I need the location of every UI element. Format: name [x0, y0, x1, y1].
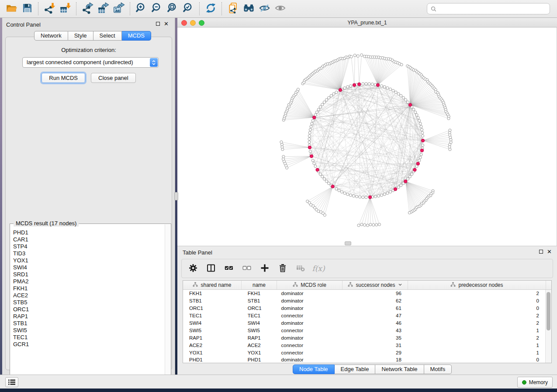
export-network-button[interactable] — [80, 2, 95, 16]
float-table-panel-icon[interactable] — [539, 250, 543, 254]
close-table-panel-icon[interactable]: ✕ — [547, 250, 552, 254]
mcds-result-item[interactable]: SWI5 — [13, 327, 165, 334]
column-header-MCDS-role[interactable]: MCDS role — [277, 281, 343, 289]
list-icon — [8, 379, 15, 385]
mcds-result-item[interactable]: STB5 — [13, 299, 165, 306]
table-cell: dominator — [277, 291, 343, 296]
zoom-in-icon — [135, 2, 147, 15]
tab-network[interactable]: Network — [34, 31, 68, 41]
panel-list-button[interactable] — [5, 377, 18, 387]
scrollbar-thumb[interactable] — [547, 292, 550, 330]
mcds-result-item[interactable]: CAR1 — [13, 236, 165, 243]
mcds-result-item[interactable]: TEC1 — [13, 334, 165, 341]
delete-table-icon — [296, 264, 305, 274]
zoom-fit-button[interactable] — [165, 2, 180, 16]
delete-button[interactable] — [277, 263, 288, 274]
table-row[interactable]: SWI4SWI4dominator462 — [183, 320, 545, 327]
memory-button[interactable]: Memory — [517, 377, 553, 388]
zoom-out-button[interactable] — [149, 2, 164, 16]
table-row[interactable]: ORC1ORC1dominator610 — [183, 305, 545, 312]
mcds-result-scrollbar[interactable] — [165, 224, 170, 384]
table-cell: connector — [277, 328, 343, 333]
node-table-scrollbar[interactable] — [545, 290, 551, 363]
mcds-result-item[interactable]: PMA2 — [13, 278, 165, 285]
mcds-result-item[interactable]: TID3 — [13, 250, 165, 257]
table-row[interactable]: PHD1PHD1dominator180 — [183, 356, 545, 363]
mcds-result-item[interactable]: PHD1 — [13, 229, 165, 236]
table-cell: 18 — [342, 357, 408, 362]
float-panel-icon[interactable] — [156, 22, 160, 26]
close-panel-icon[interactable]: ✕ — [164, 22, 169, 26]
table-row[interactable]: YOX1YOX1connector291 — [183, 349, 545, 356]
toolbar-separator — [38, 2, 38, 15]
function-builder-icon: f(x) — [312, 264, 325, 273]
mcds-result-item[interactable]: RAP1 — [13, 313, 165, 320]
import-table-button[interactable] — [58, 2, 73, 16]
hide-graphics-details-button[interactable] — [257, 2, 272, 16]
network-graph[interactable] — [177, 28, 557, 246]
settings-button[interactable] — [188, 263, 198, 274]
tab-mcds[interactable]: MCDS — [122, 31, 151, 41]
search-input[interactable] — [437, 4, 550, 13]
open-file-button[interactable] — [4, 2, 19, 16]
find-button[interactable] — [241, 2, 256, 16]
optimization-criterion-select[interactable]: largest connected component (undirected) — [22, 57, 159, 68]
tab-select[interactable]: Select — [93, 31, 122, 41]
mcds-result-item[interactable]: ACE2 — [13, 292, 165, 299]
columns-icon — [207, 264, 215, 274]
columns-button[interactable] — [206, 263, 216, 274]
export-table-button[interactable] — [96, 2, 111, 16]
select-all-button[interactable] — [224, 263, 234, 274]
table-cell: FKH1 — [242, 291, 277, 296]
column-header-successor-nodes[interactable]: successor nodes — [343, 281, 408, 289]
close-panel-button[interactable]: Close panel — [91, 73, 136, 83]
table-row[interactable]: SWI5SWI5connector431 — [183, 327, 545, 334]
search-icon — [430, 6, 437, 12]
mcds-result-item[interactable]: YOX1 — [13, 257, 165, 264]
column-header-name[interactable]: name — [242, 281, 277, 289]
table-cell: 2 — [408, 320, 545, 326]
tab-edge-table[interactable]: Edge Table — [335, 364, 376, 374]
import-table-icon — [59, 2, 71, 15]
import-network-button[interactable] — [42, 2, 57, 16]
horizontal-splitter-handle[interactable] — [345, 241, 351, 245]
tab-motifs[interactable]: Motifs — [424, 364, 452, 374]
save-session-button[interactable] — [20, 2, 35, 16]
table-row[interactable]: STB1STB1dominator620 — [183, 297, 545, 305]
table-row[interactable]: FKH1FKH1dominator962 — [183, 290, 545, 297]
export-image-button[interactable] — [111, 2, 126, 16]
column-header-shared-name[interactable]: shared name — [183, 281, 242, 289]
zoom-in-button[interactable] — [134, 2, 149, 16]
import-network-icon — [44, 2, 55, 15]
network-canvas[interactable] — [177, 28, 557, 246]
mcds-result-item[interactable]: FKH1 — [13, 285, 165, 292]
mcds-result-list[interactable]: PHD1CAR1STP4TID3YOX1SWI4SRD1PMA2FKH1ACE2… — [10, 227, 165, 384]
tab-network-table[interactable]: Network Table — [375, 364, 424, 374]
new-network-from-selection-button[interactable] — [225, 2, 240, 16]
table-row[interactable]: ACE2ACE2connector311 — [183, 341, 545, 349]
mcds-result-item[interactable]: SRD1 — [13, 271, 165, 278]
table-cell: ACE2 — [242, 343, 277, 348]
column-header-predecessor-nodes[interactable]: predecessor nodes — [408, 281, 546, 289]
zoom-selected-button[interactable] — [181, 2, 196, 16]
table-panel-tabs: Node TableEdge TableNetwork TableMotifs — [293, 364, 452, 374]
column-label: successor nodes — [356, 282, 395, 288]
mcds-result-item[interactable]: STP4 — [13, 243, 165, 250]
run-mcds-button[interactable]: Run MCDS — [42, 73, 85, 83]
deselect-all-button[interactable] — [242, 263, 252, 274]
show-graphics-details-button[interactable] — [273, 2, 287, 16]
table-row[interactable]: RAP1RAP1dominator352 — [183, 334, 545, 341]
table-row[interactable]: TEC1TEC1connector472 — [183, 312, 545, 320]
tab-style[interactable]: Style — [68, 31, 93, 41]
add-button[interactable] — [259, 263, 270, 274]
vertical-splitter-handle[interactable] — [174, 192, 178, 200]
search-box[interactable] — [427, 3, 550, 14]
mcds-result-item[interactable]: ORC1 — [13, 306, 165, 313]
table-cell: 47 — [342, 313, 408, 318]
apply-layout-button[interactable] — [203, 2, 218, 16]
column-type-icon — [293, 282, 298, 289]
mcds-result-item[interactable]: SWI4 — [13, 264, 165, 271]
mcds-result-item[interactable]: STB1 — [13, 320, 165, 327]
mcds-result-item[interactable]: GCR1 — [13, 341, 165, 348]
tab-node-table[interactable]: Node Table — [293, 364, 335, 374]
